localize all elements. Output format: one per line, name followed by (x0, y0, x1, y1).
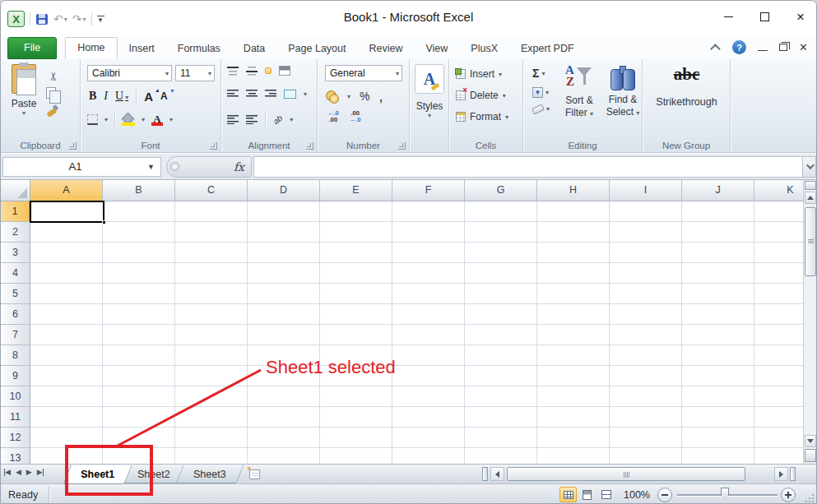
ribbon-tab-view[interactable]: View (414, 39, 459, 59)
column-header-A[interactable]: A (30, 180, 103, 201)
align-center-icon[interactable] (246, 90, 258, 99)
column-header-F[interactable]: F (392, 180, 465, 201)
row-header-3[interactable]: 3 (1, 243, 30, 263)
normal-view-button[interactable] (559, 487, 577, 502)
grow-font-button[interactable]: A▴ (144, 90, 153, 104)
borders-dropdown-icon[interactable]: ▾ (104, 116, 108, 123)
ribbon-tab-data[interactable]: Data (232, 39, 276, 59)
insert-worksheet-button[interactable] (238, 465, 272, 483)
copy-icon[interactable] (46, 87, 56, 99)
number-format-combo[interactable]: General▾ (325, 65, 402, 81)
select-all-corner[interactable] (1, 180, 30, 201)
decrease-indent-icon[interactable] (227, 115, 239, 124)
increase-decimal-icon[interactable]: ←.0.00 (327, 110, 339, 123)
column-header-G[interactable]: G (465, 180, 537, 201)
orientation-icon[interactable]: ab (272, 113, 285, 126)
collapse-ribbon-icon[interactable] (710, 44, 721, 54)
clipboard-dialog-launcher-icon[interactable] (69, 142, 77, 150)
active-cell-selection[interactable] (30, 201, 104, 223)
next-sheet-button[interactable]: ▶ (26, 468, 32, 476)
zoom-slider-thumb[interactable] (721, 488, 729, 500)
italic-button[interactable]: I (104, 90, 108, 103)
paste-dropdown-icon[interactable]: ▾ (7, 109, 40, 117)
shrink-font-button[interactable]: A▾ (160, 90, 168, 102)
wrap-text-icon[interactable] (279, 66, 290, 76)
column-header-H[interactable]: H (537, 180, 610, 201)
row-header-11[interactable]: 11 (1, 407, 30, 428)
page-break-view-button[interactable] (597, 487, 615, 502)
fill-color-dropdown-icon[interactable]: ▾ (142, 116, 145, 123)
resize-grip[interactable] (805, 494, 814, 502)
top-align-icon[interactable] (227, 67, 239, 76)
sort-filter-button[interactable]: A Z Sort & Filter ▾ (558, 62, 601, 120)
first-sheet-button[interactable]: ◀ (4, 468, 11, 476)
row-header-5[interactable]: 5 (1, 284, 30, 304)
strikethrough-button[interactable]: abc Strikethrough (643, 64, 731, 108)
bold-button[interactable]: B (89, 90, 96, 103)
scroll-up-button[interactable] (805, 192, 816, 204)
align-right-icon[interactable] (265, 90, 276, 99)
horizontal-scroll-thumb[interactable] (507, 467, 745, 481)
alignment-dialog-launcher-icon[interactable] (306, 142, 313, 150)
accounting-dropdown-icon[interactable]: ▾ (347, 93, 350, 100)
row-header-13[interactable]: 13 (1, 448, 30, 464)
fill-color-icon[interactable] (122, 113, 135, 126)
cut-icon[interactable]: ✂ (47, 67, 60, 81)
align-left-icon[interactable] (227, 90, 239, 99)
ribbon-tab-review[interactable]: Review (357, 39, 414, 59)
last-sheet-button[interactable]: ▶ (37, 468, 44, 476)
orientation-dropdown-icon[interactable]: ▾ (290, 116, 293, 123)
percent-style-button[interactable]: % (360, 90, 369, 103)
sheet-tab-sheet3[interactable]: Sheet3 (175, 465, 244, 483)
ribbon-tab-formulas[interactable]: Formulas (166, 39, 232, 59)
paste-button[interactable]: Paste ▾ (7, 64, 40, 140)
minimize-button[interactable] (719, 7, 737, 25)
previous-sheet-button[interactable]: ◀ (16, 468, 21, 476)
insert-cells-button[interactable]: Insert▾ (456, 68, 502, 80)
autosum-button[interactable]: Σ▾ (532, 67, 550, 80)
vertical-split-handle[interactable] (805, 181, 816, 190)
font-color-icon[interactable]: A (151, 113, 163, 126)
formula-bar-grip[interactable] (170, 162, 179, 171)
formula-bar-expand-button[interactable] (802, 156, 816, 178)
cells-area[interactable] (30, 201, 805, 464)
formula-input[interactable] (253, 156, 802, 178)
borders-icon[interactable] (87, 114, 98, 125)
merge-dropdown-icon[interactable]: ▾ (304, 90, 307, 98)
zoom-out-button[interactable] (657, 488, 672, 502)
middle-align-icon[interactable] (246, 67, 258, 76)
merge-center-icon[interactable] (284, 90, 296, 99)
scroll-left-button[interactable] (490, 467, 504, 481)
format-painter-icon[interactable] (46, 105, 58, 117)
sheet-tab-sheet1[interactable]: Sheet1 (63, 465, 132, 484)
row-header-10[interactable]: 10 (1, 386, 30, 407)
tab-split-handle[interactable] (482, 467, 488, 481)
styles-button[interactable]: A Styles ▾ (414, 64, 445, 119)
column-header-D[interactable]: D (248, 180, 320, 201)
scroll-down-button[interactable] (805, 435, 816, 447)
row-header-9[interactable]: 9 (1, 366, 30, 386)
comma-style-button[interactable]: , (378, 92, 383, 100)
font-size-combo[interactable]: 11▾ (175, 65, 215, 81)
scroll-right-button[interactable] (774, 467, 788, 481)
workbook-restore-icon[interactable] (779, 44, 787, 51)
column-header-C[interactable]: C (175, 180, 248, 201)
name-box-dropdown-icon[interactable]: ▼ (147, 163, 160, 171)
ribbon-tab-expert-pdf[interactable]: Expert PDF (509, 39, 586, 59)
number-dialog-launcher-icon[interactable] (398, 142, 406, 150)
row-header-8[interactable]: 8 (1, 345, 30, 366)
row-header-7[interactable]: 7 (1, 325, 30, 345)
column-header-K[interactable]: K (754, 180, 805, 201)
ribbon-tab-page-layout[interactable]: Page Layout (276, 39, 357, 59)
row-header-4[interactable]: 4 (1, 263, 30, 284)
insert-function-icon[interactable]: fx (234, 160, 244, 173)
find-select-button[interactable]: Find & Select ▾ (601, 62, 644, 119)
font-color-dropdown-icon[interactable]: ▾ (169, 116, 173, 123)
name-box[interactable]: A1 ▼ (2, 157, 161, 177)
fill-button[interactable]: ▼▾ (532, 87, 550, 98)
decrease-decimal-icon[interactable]: .00→.0 (350, 110, 361, 123)
ribbon-tab-insert[interactable]: Insert (118, 39, 166, 59)
page-layout-view-button[interactable] (578, 487, 596, 502)
format-cells-button[interactable]: Format▾ (456, 111, 508, 123)
close-button[interactable]: × (791, 7, 810, 25)
